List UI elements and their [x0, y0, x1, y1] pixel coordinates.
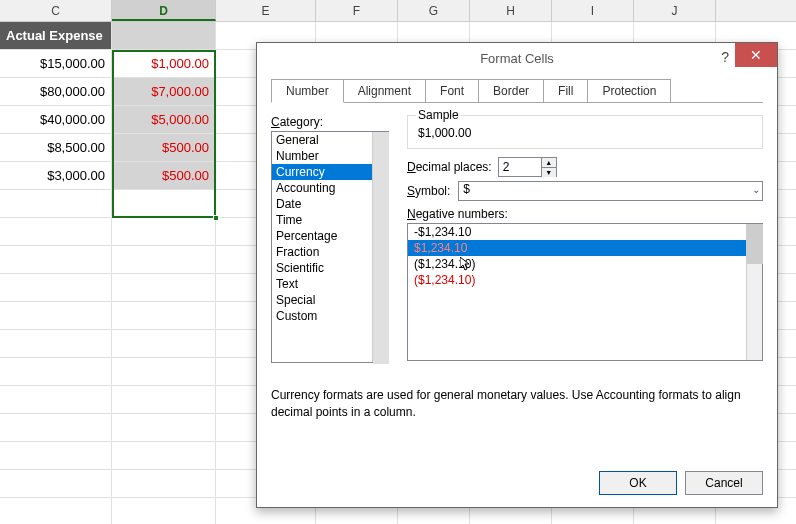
- cell[interactable]: [112, 470, 216, 497]
- category-item-date[interactable]: Date: [272, 196, 372, 212]
- tab-font[interactable]: Font: [425, 79, 479, 103]
- dialog-titlebar[interactable]: Format Cells ? ✕: [257, 43, 777, 73]
- category-item-time[interactable]: Time: [272, 212, 372, 228]
- category-item-currency[interactable]: Currency: [272, 164, 372, 180]
- decimal-places-input[interactable]: [498, 157, 542, 177]
- close-icon: ✕: [750, 47, 762, 63]
- cell[interactable]: [112, 498, 216, 524]
- tab-number[interactable]: Number: [271, 79, 344, 103]
- dialog-title: Format Cells: [480, 51, 554, 66]
- cell[interactable]: [112, 358, 216, 385]
- cell[interactable]: $40,000.00: [0, 106, 112, 133]
- cell[interactable]: [112, 246, 216, 273]
- column-header-i[interactable]: I: [552, 0, 634, 21]
- category-item-custom[interactable]: Custom: [272, 308, 372, 324]
- decimal-spinner[interactable]: ▲ ▼: [541, 157, 557, 177]
- cancel-button[interactable]: Cancel: [685, 471, 763, 495]
- category-item-special[interactable]: Special: [272, 292, 372, 308]
- negative-numbers-label: Negative numbers:: [407, 207, 763, 221]
- column-header-c[interactable]: C: [0, 0, 112, 21]
- tab-protection[interactable]: Protection: [587, 79, 671, 103]
- cell[interactable]: [112, 302, 216, 329]
- close-button[interactable]: ✕: [735, 43, 777, 67]
- scrollbar-thumb[interactable]: [373, 132, 389, 364]
- category-scrollbar[interactable]: [372, 132, 388, 362]
- cell[interactable]: [112, 190, 216, 217]
- category-item-scientific[interactable]: Scientific: [272, 260, 372, 276]
- chevron-down-icon: ⌄: [752, 184, 760, 195]
- negative-format-option[interactable]: ($1,234.10): [408, 272, 746, 288]
- category-item-fraction[interactable]: Fraction: [272, 244, 372, 260]
- tab-border[interactable]: Border: [478, 79, 544, 103]
- tab-fill[interactable]: Fill: [543, 79, 588, 103]
- spinner-down-icon[interactable]: ▼: [542, 168, 556, 177]
- column-headers: CDEFGHIJ: [0, 0, 796, 22]
- category-listbox[interactable]: GeneralNumberCurrencyAccountingDateTimeP…: [271, 131, 389, 363]
- header-cell-actual-expense[interactable]: Actual Expense: [0, 22, 112, 49]
- scrollbar-thumb[interactable]: [747, 224, 763, 264]
- cell[interactable]: [0, 274, 112, 301]
- symbol-value: $: [463, 182, 470, 196]
- category-item-general[interactable]: General: [272, 132, 372, 148]
- cell[interactable]: [112, 274, 216, 301]
- cell[interactable]: [112, 330, 216, 357]
- column-header-h[interactable]: H: [470, 0, 552, 21]
- cell[interactable]: $15,000.00: [0, 50, 112, 77]
- column-header-j[interactable]: J: [634, 0, 716, 21]
- cell[interactable]: $3,000.00: [0, 162, 112, 189]
- sample-value: $1,000.00: [416, 126, 754, 140]
- cell[interactable]: [112, 386, 216, 413]
- format-description: Currency formats are used for general mo…: [271, 387, 763, 421]
- cell[interactable]: $500.00: [112, 134, 216, 161]
- cell[interactable]: [0, 470, 112, 497]
- symbol-label: Symbol:: [407, 184, 450, 198]
- category-label: Category:: [271, 115, 391, 129]
- cell[interactable]: [112, 414, 216, 441]
- category-item-number[interactable]: Number: [272, 148, 372, 164]
- category-item-text[interactable]: Text: [272, 276, 372, 292]
- negative-format-option[interactable]: ($1,234.10): [408, 256, 746, 272]
- column-header-e[interactable]: E: [216, 0, 316, 21]
- cell[interactable]: [0, 246, 112, 273]
- category-item-accounting[interactable]: Accounting: [272, 180, 372, 196]
- format-cells-dialog: Format Cells ? ✕ NumberAlignmentFontBord…: [256, 42, 778, 508]
- decimal-places-label: Decimal places:: [407, 160, 492, 174]
- cell[interactable]: [0, 302, 112, 329]
- cell[interactable]: [112, 442, 216, 469]
- sample-label: Sample: [416, 108, 461, 122]
- negative-scrollbar[interactable]: [746, 224, 762, 360]
- help-button[interactable]: ?: [721, 49, 729, 65]
- cell[interactable]: [0, 442, 112, 469]
- spinner-up-icon[interactable]: ▲: [542, 158, 556, 168]
- cell[interactable]: $1,000.00: [112, 50, 216, 77]
- column-header-f[interactable]: F: [316, 0, 398, 21]
- selection-fill-handle[interactable]: [213, 215, 219, 221]
- tab-strip: NumberAlignmentFontBorderFillProtection: [271, 79, 777, 103]
- cell[interactable]: [112, 218, 216, 245]
- column-header-g[interactable]: G: [398, 0, 470, 21]
- negative-format-option[interactable]: $1,234.10: [408, 240, 746, 256]
- cell[interactable]: $500.00: [112, 162, 216, 189]
- cell[interactable]: [0, 414, 112, 441]
- negative-format-option[interactable]: -$1,234.10: [408, 224, 746, 240]
- dialog-buttons: OK Cancel: [599, 471, 763, 495]
- cell[interactable]: [0, 190, 112, 217]
- category-item-percentage[interactable]: Percentage: [272, 228, 372, 244]
- cell[interactable]: $80,000.00: [0, 78, 112, 105]
- column-header-d[interactable]: D: [112, 0, 216, 21]
- cell[interactable]: $8,500.00: [0, 134, 112, 161]
- cell[interactable]: [0, 358, 112, 385]
- tab-alignment[interactable]: Alignment: [343, 79, 426, 103]
- cell[interactable]: [0, 386, 112, 413]
- sample-group: Sample $1,000.00: [407, 115, 763, 149]
- ok-button[interactable]: OK: [599, 471, 677, 495]
- tab-panel-number: Category: GeneralNumberCurrencyAccountin…: [271, 102, 763, 460]
- cell[interactable]: [0, 218, 112, 245]
- symbol-select[interactable]: $ ⌄: [458, 181, 763, 201]
- cell[interactable]: [0, 330, 112, 357]
- cell[interactable]: $7,000.00: [112, 78, 216, 105]
- cell[interactable]: $5,000.00: [112, 106, 216, 133]
- cell[interactable]: [112, 22, 216, 49]
- negative-numbers-listbox[interactable]: -$1,234.10$1,234.10($1,234.10)($1,234.10…: [407, 223, 763, 361]
- cell[interactable]: [0, 498, 112, 524]
